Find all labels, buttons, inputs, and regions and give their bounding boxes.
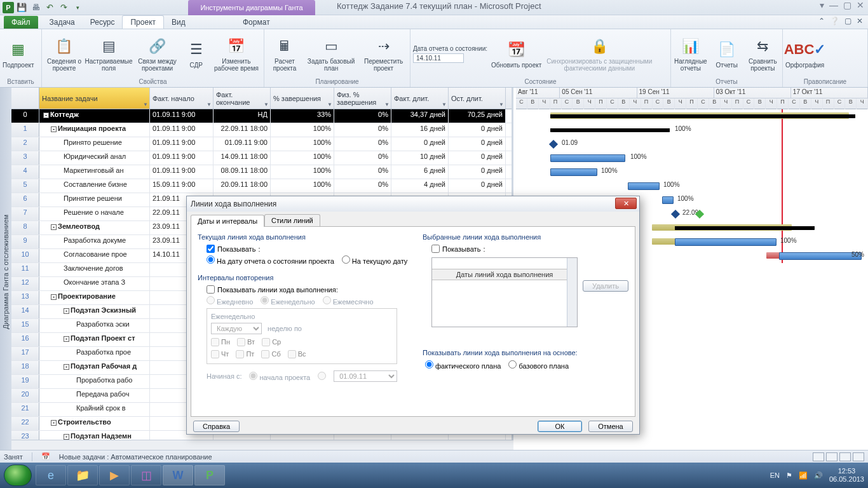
opt-today[interactable]: На текущую дату <box>342 255 408 265</box>
sect-repeat-label: Интервалы повторения <box>198 274 410 281</box>
maximize-icon[interactable]: ▢ <box>843 0 851 10</box>
project-info-icon: 📋 <box>54 36 74 57</box>
taskbar-app1[interactable]: ◫ <box>131 465 161 485</box>
taskbar-word[interactable]: W <box>163 465 193 485</box>
update-project-button[interactable]: 📆Обновить проект <box>491 40 541 69</box>
calendar-status-icon[interactable]: 📅 <box>41 452 50 461</box>
links-button[interactable]: 🔗Связи между проектами <box>133 36 181 72</box>
corner-cell[interactable] <box>11 88 39 109</box>
visual-reports-button[interactable]: 📊Наглядные отчеты <box>674 36 708 72</box>
undo-icon[interactable]: ↶ <box>43 1 56 14</box>
help-button[interactable]: Справка <box>193 421 240 432</box>
dates-listbox[interactable]: Даты линий хода выполнения <box>431 257 578 327</box>
help-icon[interactable]: ❔ <box>830 17 839 25</box>
cancel-button[interactable]: Отмена <box>588 421 633 432</box>
tray-network-icon[interactable]: 📶 <box>799 471 808 480</box>
tab-file[interactable]: Файл <box>4 16 38 29</box>
wbs-button[interactable]: ☰СДР <box>185 40 208 69</box>
taskbar-explorer[interactable]: 📁 <box>67 465 98 485</box>
table-row[interactable]: 4Маркетинговый ан01.09.11 9:0008.09.11 1… <box>11 165 512 179</box>
col-fstart[interactable]: Факт. начало▼ <box>150 88 214 109</box>
opt-monthly: Ежемесячно <box>323 296 374 306</box>
table-row[interactable]: 1-Инициация проекта01.09.11 9:0022.09.11… <box>11 123 512 137</box>
tab-view[interactable]: Вид <box>164 16 193 29</box>
tab-project[interactable]: Проект <box>122 15 164 29</box>
col-fdur[interactable]: Факт. длит.▼ <box>391 88 449 109</box>
project-info-button[interactable]: 📋Сведения о проекте <box>44 36 84 72</box>
status-date-value[interactable]: 14.10.11 <box>413 53 464 63</box>
status-date: Дата отчета о состоянии: 14.10.11 <box>413 45 487 63</box>
chevron-down-icon[interactable]: ▼ <box>143 102 148 107</box>
view-sidebar[interactable]: Диаграмма Ганта с отслеживанием <box>0 88 11 456</box>
dialog-close-button[interactable]: ✕ <box>615 198 637 209</box>
tray-lang[interactable]: EN <box>770 471 780 479</box>
redo-icon[interactable]: ↷ <box>57 1 70 14</box>
table-row[interactable]: 2Принято решение01.09.11 9:0001.09.11 9:… <box>11 137 512 151</box>
weekly-box: Еженедельно Каждую неделю по Пн Вт Ср Чт… <box>207 308 397 364</box>
subproject-button[interactable]: ▦Подпроект <box>3 40 34 69</box>
show-current-checkbox[interactable]: Показывать: <box>207 245 410 253</box>
close-icon[interactable]: ✕ <box>857 0 864 10</box>
taskbar-ie[interactable]: e <box>36 465 66 485</box>
compare-button[interactable]: ⇆Сравнить проекты <box>746 36 780 72</box>
custom-fields-button[interactable]: ▤Настраиваемые поля <box>88 36 130 72</box>
minimize-icon[interactable]: — <box>829 0 838 10</box>
dialog-tab-styles[interactable]: Стили линий <box>264 214 320 226</box>
ribbon-minimize-icon[interactable]: ▾ <box>820 0 824 10</box>
contextual-tab-label: Инструменты диаграммы Ганта <box>188 0 315 15</box>
tab-resource[interactable]: Ресурс <box>83 16 123 29</box>
move-icon: ⇢ <box>374 36 394 57</box>
tray-flag-icon[interactable]: ⚑ <box>786 471 792 480</box>
subproject-label: Подпроект <box>3 62 34 69</box>
sync-icon: 🔒 <box>589 36 609 57</box>
listbox-scrollbar[interactable] <box>567 258 577 327</box>
calc-button[interactable]: 🖩Расчет проекта <box>267 36 302 72</box>
tab-format[interactable]: Формат <box>235 16 278 29</box>
baseline-button[interactable]: ▭Задать базовый план <box>306 36 356 72</box>
windows-taskbar: e 📁 ▶ ◫ W P EN ⚑ 📶 🔊 12:5306.05.2013 <box>0 463 868 488</box>
qat-dropdown-icon[interactable]: ▾ <box>71 1 84 14</box>
dialog-title[interactable]: Линии хода выполнения ✕ <box>187 196 639 212</box>
tab-task[interactable]: Задача <box>42 16 83 29</box>
col-fend[interactable]: Факт. окончание▼ <box>214 88 271 109</box>
subproject-icon: ▦ <box>8 40 29 60</box>
table-row[interactable]: 5Составление бизне15.09.11 9:0020.09.11 … <box>11 179 512 193</box>
col-phys[interactable]: Физ. % завершения▼ <box>334 88 391 109</box>
spelling-button[interactable]: ABC✓Орфография <box>785 40 824 69</box>
status-newtasks: Новые задачи : Автоматическое планирован… <box>59 453 212 461</box>
worktime-button[interactable]: 📅Изменить рабочее время <box>212 36 261 72</box>
move-project-button[interactable]: ⇢Переместить проект <box>360 36 407 72</box>
opt-daily: Ежедневно <box>207 296 253 306</box>
view-shortcuts[interactable] <box>813 452 864 461</box>
reports-button[interactable]: 📄Отчеты <box>712 40 742 69</box>
show-lines-checkbox[interactable]: Показывать линии хода выполнения: <box>207 285 410 294</box>
mdi-restore-icon[interactable]: ▢ <box>844 17 851 25</box>
mdi-close-icon[interactable]: ✕ <box>857 17 863 25</box>
sect-basis-label: Показывать линии хода выполнения на осно… <box>423 349 628 356</box>
start-button[interactable] <box>4 464 32 486</box>
reports-icon: 📄 <box>717 40 737 60</box>
grid-hscroll[interactable] <box>11 440 513 450</box>
col-pct[interactable]: % завершения▼ <box>271 88 334 109</box>
taskbar-project[interactable]: P <box>194 465 225 485</box>
ok-button[interactable]: ОК <box>538 421 582 432</box>
dialog-tab-dates[interactable]: Даты и интервалы <box>191 215 264 227</box>
opt-baseline[interactable]: базового плана <box>508 360 569 370</box>
app-icon: P <box>3 2 14 13</box>
help-up-icon[interactable]: ⌃ <box>818 17 825 25</box>
wbs-icon: ☰ <box>186 40 207 60</box>
col-name[interactable]: Название задачи▼ <box>39 88 150 109</box>
col-rdur[interactable]: Ост. длит.▼ <box>449 88 506 109</box>
table-row[interactable]: 0-Коттедж01.09.11 9:00НД33%0%34,37 дней7… <box>11 109 512 123</box>
taskbar-wmp[interactable]: ▶ <box>99 465 130 485</box>
calendar-icon: 📅 <box>226 36 247 57</box>
opt-report-date[interactable]: На дату отчета о состоянии проекта <box>207 255 334 265</box>
save-icon[interactable]: 💾 <box>15 1 28 14</box>
show-selected-checkbox[interactable]: Показывать: <box>431 245 628 253</box>
tray-clock[interactable]: 12:5306.05.2013 <box>829 467 864 484</box>
tray-volume-icon[interactable]: 🔊 <box>814 471 823 480</box>
print-icon[interactable]: 🖶 <box>29 1 42 14</box>
opt-actual[interactable]: фактического плана <box>425 360 501 370</box>
table-row[interactable]: 3Юридический анал01.09.11 9:0014.09.11 1… <box>11 151 512 165</box>
status-busy: Занят <box>4 453 23 461</box>
